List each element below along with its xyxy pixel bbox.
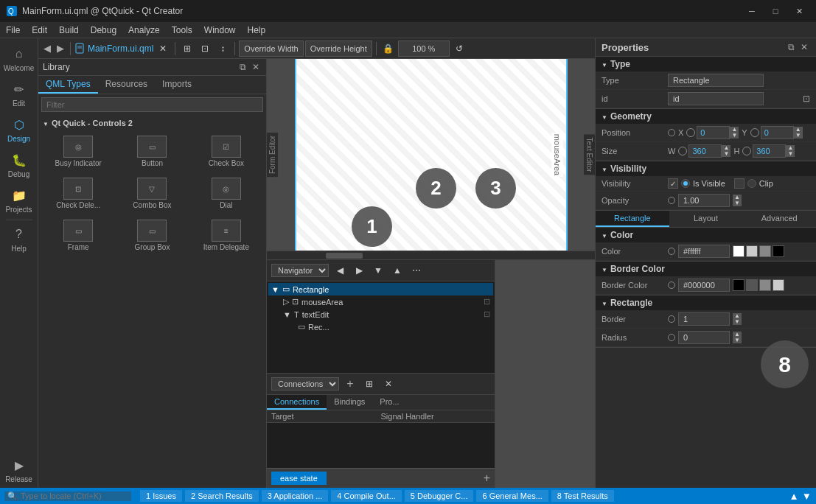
tab-advanced-props[interactable]: Advanced: [742, 211, 816, 227]
color-hex-input[interactable]: [678, 245, 730, 258]
add-connection-button[interactable]: +: [342, 376, 358, 392]
connections-dropdown[interactable]: Connections: [271, 377, 339, 391]
border-swatch-dark[interactable]: [746, 279, 758, 291]
radius-input[interactable]: [678, 331, 730, 344]
eye-icon[interactable]: ⊡: [484, 297, 490, 307]
file-tab[interactable]: MainForm.ui.qml: [88, 43, 153, 54]
nav-item-mousearea[interactable]: ▷ ⊡ mouseArea ⊡: [268, 295, 493, 308]
nav-item-textedit[interactable]: ▼ T textEdit ⊡: [268, 308, 493, 321]
zoom-dropdown[interactable]: 100 %: [398, 41, 450, 57]
sidebar-item-debug[interactable]: 🐛 Debug: [0, 147, 38, 183]
status-tab-application[interactable]: 3 Application ...: [262, 490, 329, 502]
locate-input[interactable]: [21, 491, 131, 500]
nav-up-btn[interactable]: ▲: [389, 262, 405, 279]
list-item[interactable]: ▽ Combo Box: [116, 174, 187, 213]
visibility-section-header[interactable]: Visibility: [596, 161, 816, 176]
border-swatch-mid[interactable]: [759, 279, 771, 291]
maximize-button[interactable]: □: [764, 4, 787, 18]
library-filter-input[interactable]: [41, 97, 263, 112]
design-canvas[interactable]: Enter some text... mouseArea: [295, 59, 568, 251]
color-section-header[interactable]: Color: [596, 228, 816, 242]
tab-bindings[interactable]: Bindings: [327, 395, 372, 410]
tab-connections[interactable]: Connections: [267, 395, 327, 410]
list-item[interactable]: ◎ Busy Indicator: [43, 132, 114, 171]
border-color-input[interactable]: [678, 279, 730, 292]
lock-btn[interactable]: 🔒: [380, 41, 397, 57]
menu-analyze[interactable]: Analyze: [122, 24, 166, 37]
close-tab-button[interactable]: ✕: [155, 41, 171, 57]
override-height-dropdown[interactable]: Override Height: [305, 41, 372, 57]
nav-forward-btn[interactable]: ▶: [351, 262, 367, 279]
override-width-dropdown[interactable]: Override Width: [239, 41, 303, 57]
swatch-black[interactable]: [773, 245, 784, 257]
nav-more-btn[interactable]: ⋯: [408, 262, 425, 279]
sidebar-item-edit[interactable]: ✏ Edit: [0, 77, 38, 112]
add-state-button[interactable]: +: [484, 472, 490, 485]
tab-imports[interactable]: Imports: [155, 76, 199, 94]
tab-resources[interactable]: Resources: [98, 76, 155, 94]
swatch-light[interactable]: [746, 245, 758, 257]
nav-item-rec[interactable]: ▭ Rec...: [268, 321, 493, 333]
border-swatch-light[interactable]: [773, 279, 784, 291]
close-button[interactable]: ✕: [788, 4, 810, 18]
sidebar-item-welcome[interactable]: ⌂ Welcome: [0, 41, 38, 77]
menu-tools[interactable]: Tools: [166, 24, 198, 37]
menu-edit[interactable]: Edit: [26, 24, 53, 37]
minimize-button[interactable]: ─: [741, 4, 763, 18]
toolbar-btn-2[interactable]: ⊡: [197, 41, 213, 57]
list-item[interactable]: ☑ Check Box: [191, 132, 262, 171]
list-item[interactable]: ⊡ Check Dele...: [43, 174, 114, 213]
sidebar-item-release[interactable]: ▶ Release: [0, 452, 38, 488]
nav-back-btn[interactable]: ◀: [332, 262, 348, 279]
y-input[interactable]: [761, 126, 794, 139]
eye-icon-2[interactable]: ⊡: [484, 309, 490, 319]
opacity-input[interactable]: [678, 194, 730, 207]
status-tab-compile[interactable]: 4 Compile Out...: [331, 490, 401, 502]
toolbar-btn-1[interactable]: ⊞: [179, 41, 195, 57]
clip-radio[interactable]: [747, 179, 756, 188]
tab-properties[interactable]: Pro...: [372, 395, 406, 410]
navigator-dropdown[interactable]: Navigator: [271, 264, 329, 277]
nav-forward-button[interactable]: ▶: [55, 43, 66, 54]
nav-back-button[interactable]: ◀: [41, 43, 53, 54]
sidebar-item-projects[interactable]: 📁 Projects: [0, 183, 38, 218]
h-input[interactable]: [753, 144, 786, 158]
list-item[interactable]: ▭ Group Box: [116, 216, 187, 255]
status-down-btn[interactable]: ▼: [802, 491, 812, 502]
w-input[interactable]: [688, 144, 722, 158]
menu-debug[interactable]: Debug: [85, 24, 122, 37]
border-swatch-black[interactable]: [733, 279, 744, 291]
tab-qml-types[interactable]: QML Types: [38, 76, 98, 94]
menu-help[interactable]: Help: [242, 24, 272, 37]
y-spin-down[interactable]: ▼: [794, 133, 803, 139]
tab-layout-props[interactable]: Layout: [669, 211, 743, 227]
border-width-input[interactable]: [678, 312, 730, 326]
geometry-section-header[interactable]: Geometry: [596, 109, 816, 124]
visibility-radio[interactable]: [681, 179, 690, 188]
type-input[interactable]: [668, 74, 764, 87]
tab-rectangle-props[interactable]: Rectangle: [596, 211, 669, 227]
list-item[interactable]: ▭ Frame: [43, 216, 114, 255]
toolbar-btn-3[interactable]: ↕: [215, 41, 231, 57]
status-up-btn[interactable]: ▲: [789, 491, 799, 502]
list-item[interactable]: ▭ Button: [116, 132, 187, 171]
menu-file[interactable]: File: [0, 24, 26, 37]
opacity-spin-down[interactable]: ▼: [733, 200, 742, 206]
conn-panel-close-btn[interactable]: ✕: [380, 376, 397, 392]
x-input[interactable]: [697, 126, 730, 139]
visibility-checkbox[interactable]: ✓: [668, 178, 678, 189]
type-section-header[interactable]: Type: [596, 57, 816, 71]
sidebar-item-design[interactable]: ⬡ Design: [0, 112, 38, 147]
menu-window[interactable]: Window: [198, 24, 242, 37]
id-edit-btn[interactable]: ⊡: [803, 94, 810, 104]
status-tab-issues[interactable]: 1 Issues: [140, 490, 182, 502]
library-section-header[interactable]: Qt Quick - Controls 2: [43, 117, 262, 129]
sidebar-item-help[interactable]: ? Help: [0, 222, 38, 257]
canvas-scrollbar-horizontal[interactable]: [267, 251, 595, 259]
status-tab-search[interactable]: 2 Search Results: [185, 490, 259, 502]
properties-close-btn[interactable]: ✕: [798, 41, 810, 53]
library-panel-close[interactable]: ✕: [250, 61, 262, 73]
menu-build[interactable]: Build: [53, 24, 85, 37]
swatch-mid[interactable]: [759, 245, 771, 257]
status-tab-tests[interactable]: 8 Test Results: [551, 490, 614, 502]
